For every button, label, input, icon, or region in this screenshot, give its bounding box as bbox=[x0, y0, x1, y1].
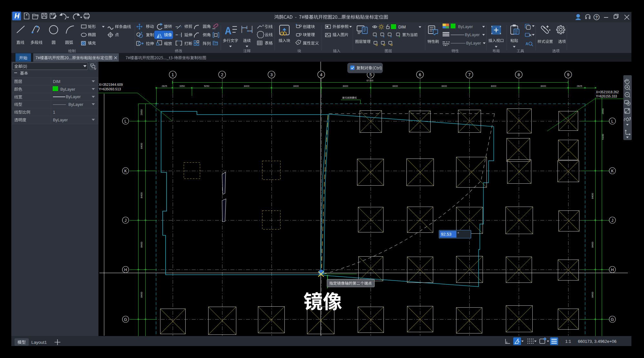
svg-text:8400: 8400 bbox=[591, 242, 594, 248]
svg-text:8400: 8400 bbox=[541, 85, 546, 87]
svg-text:°: ° bbox=[457, 231, 459, 236]
svg-text:1: 1 bbox=[171, 72, 174, 77]
svg-text:8400: 8400 bbox=[491, 85, 496, 87]
svg-text:L: L bbox=[125, 119, 127, 124]
svg-text:1:1: 1:1 bbox=[565, 339, 571, 344]
svg-text:DIM: DIM bbox=[53, 79, 60, 84]
svg-text:X=3521944.609: X=3521944.609 bbox=[99, 83, 123, 87]
svg-text:ByLayer: ByLayer bbox=[53, 118, 68, 122]
svg-text:?: ? bbox=[595, 15, 598, 20]
svg-text:Y=635093.513: Y=635093.513 bbox=[99, 87, 121, 91]
svg-text:A: A bbox=[526, 42, 528, 46]
svg-text:8400: 8400 bbox=[244, 85, 250, 87]
svg-text:ByLayer: ByLayer bbox=[465, 33, 480, 37]
svg-text:8400: 8400 bbox=[140, 192, 143, 198]
svg-text:Layout1: Layout1 bbox=[31, 340, 47, 345]
svg-text:ByLayer: ByLayer bbox=[466, 41, 481, 46]
svg-text:5050: 5050 bbox=[204, 85, 210, 87]
svg-text:8400: 8400 bbox=[591, 292, 594, 298]
svg-text:8400: 8400 bbox=[140, 242, 143, 248]
svg-text:H: H bbox=[611, 268, 614, 272]
svg-text:ByLayer: ByLayer bbox=[66, 95, 81, 99]
svg-text:6: 6 bbox=[419, 72, 421, 77]
svg-text:K: K bbox=[611, 169, 614, 173]
svg-text:ByLayer: ByLayer bbox=[60, 87, 75, 92]
svg-text:2: 2 bbox=[221, 72, 223, 77]
svg-text:K: K bbox=[124, 169, 127, 173]
svg-text:8400: 8400 bbox=[393, 85, 398, 87]
svg-text:ByLayer: ByLayer bbox=[68, 102, 83, 107]
svg-text:1: 1 bbox=[53, 110, 55, 115]
svg-text:92.53: 92.53 bbox=[441, 232, 452, 237]
svg-text:3350: 3350 bbox=[179, 85, 185, 87]
svg-text:8400: 8400 bbox=[293, 85, 299, 87]
svg-text:2825: 2825 bbox=[162, 85, 167, 87]
svg-text:8400: 8400 bbox=[591, 193, 594, 199]
svg-text:5100: 5100 bbox=[601, 134, 604, 140]
svg-text:8400: 8400 bbox=[442, 85, 447, 87]
svg-text:8400: 8400 bbox=[140, 143, 143, 149]
svg-text:7: 7 bbox=[468, 72, 470, 77]
svg-text:G: G bbox=[124, 317, 127, 322]
svg-text:X=3521918.262: X=3521918.262 bbox=[596, 90, 619, 94]
svg-text:8: 8 bbox=[517, 72, 520, 77]
svg-text:H: H bbox=[124, 268, 127, 272]
svg-text:2950: 2950 bbox=[140, 109, 143, 115]
svg-text:G: G bbox=[611, 317, 614, 322]
svg-text:2950: 2950 bbox=[601, 108, 604, 114]
svg-text:67200: 67200 bbox=[367, 79, 373, 82]
svg-text:J: J bbox=[611, 218, 613, 223]
svg-text:2825: 2825 bbox=[577, 85, 582, 87]
svg-text:9: 9 bbox=[567, 72, 569, 77]
svg-text:4: 4 bbox=[320, 72, 322, 77]
svg-text:3: 3 bbox=[270, 72, 272, 77]
svg-text:DIM: DIM bbox=[398, 25, 406, 29]
svg-text:8400: 8400 bbox=[343, 85, 348, 87]
svg-text:Y=635155.333: Y=635155.333 bbox=[596, 95, 617, 98]
svg-text:8400: 8400 bbox=[140, 292, 143, 298]
svg-text:L: L bbox=[611, 119, 614, 124]
svg-text:ByLayer: ByLayer bbox=[458, 25, 473, 29]
svg-text:J: J bbox=[125, 218, 127, 223]
svg-text:A: A bbox=[262, 24, 264, 27]
svg-text:660173, 3.4962e+06: 660173, 3.4962e+06 bbox=[578, 339, 617, 344]
